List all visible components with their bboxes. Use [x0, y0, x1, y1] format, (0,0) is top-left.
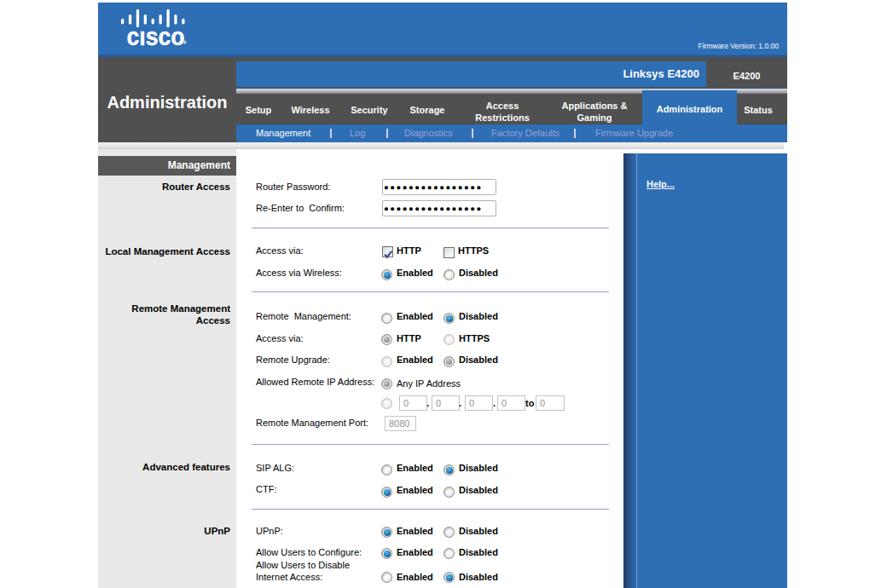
svg-text:cısco: cısco	[127, 22, 185, 50]
